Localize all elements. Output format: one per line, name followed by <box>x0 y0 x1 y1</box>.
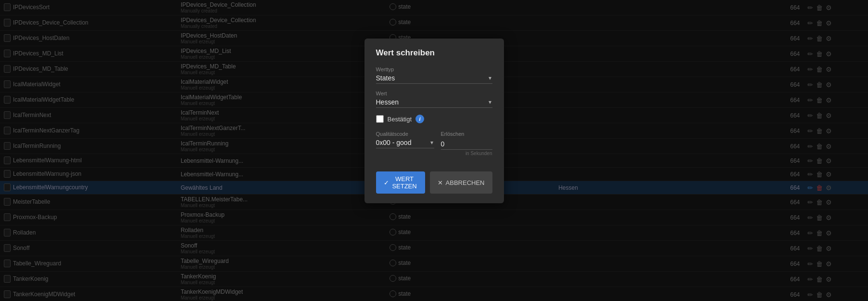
werttyp-label: Werttyp <box>376 66 492 72</box>
qualitaetscode-select[interactable]: 0x00 - good0x40 - uncertain0x80 - bad <box>376 139 434 146</box>
abbrechen-button[interactable]: ✕ ABBRECHEN <box>430 171 492 194</box>
info-icon[interactable]: i <box>415 115 424 123</box>
werttyp-group: Werttyp StatesNumberStringBoolean ▾ <box>376 66 492 84</box>
modal-buttons: ✓ WERT SETZEN ✕ ABBRECHEN <box>376 171 492 194</box>
erloeschen-label: Erlöschen <box>441 131 492 137</box>
qualitaetscode-select-wrapper: 0x00 - good0x40 - uncertain0x80 - bad ▾ <box>376 139 434 148</box>
qualitaetscode-group: Qualitätscode 0x00 - good0x40 - uncertai… <box>376 131 434 156</box>
qualitaetscode-label: Qualitätscode <box>376 131 434 137</box>
werttyp-select-wrapper: StatesNumberStringBoolean ▾ <box>376 74 492 84</box>
wert-group: Wert HessenBayernBerlinBremenHamburgMeck… <box>376 91 492 108</box>
bestaetigt-checkbox[interactable] <box>376 115 384 123</box>
wert-select-wrapper: HessenBayernBerlinBremenHamburgMecklenbu… <box>376 98 492 108</box>
modal-title: Wert schreiben <box>376 48 492 58</box>
erloeschen-input[interactable] <box>441 139 492 150</box>
werttyp-select[interactable]: StatesNumberStringBoolean <box>376 74 492 82</box>
wert-label: Wert <box>376 91 492 96</box>
bestaetigt-row: Bestätigt i <box>376 115 492 123</box>
quality-erloeschen-row: Qualitätscode 0x00 - good0x40 - uncertai… <box>376 131 492 163</box>
checkmark-icon: ✓ <box>384 179 389 186</box>
main-table: IPDevicesSortIPDevices_Device_Collection… <box>0 0 868 301</box>
close-icon: ✕ <box>438 179 443 186</box>
abbrechen-label: ABBRECHEN <box>446 179 485 186</box>
in-sekunden-label: in Sekunden <box>441 151 492 156</box>
wert-setzen-label: WERT SETZEN <box>392 175 417 190</box>
wert-select[interactable]: HessenBayernBerlinBremenHamburgMecklenbu… <box>376 98 492 106</box>
erloeschen-group: Erlöschen in Sekunden <box>441 131 492 156</box>
wert-setzen-button[interactable]: ✓ WERT SETZEN <box>376 171 425 194</box>
bestaetigt-label: Bestätigt <box>388 116 412 123</box>
modal-dialog: Wert schreiben Werttyp StatesNumberStrin… <box>365 39 504 203</box>
modal-overlay: Wert schreiben Werttyp StatesNumberStrin… <box>0 0 868 301</box>
